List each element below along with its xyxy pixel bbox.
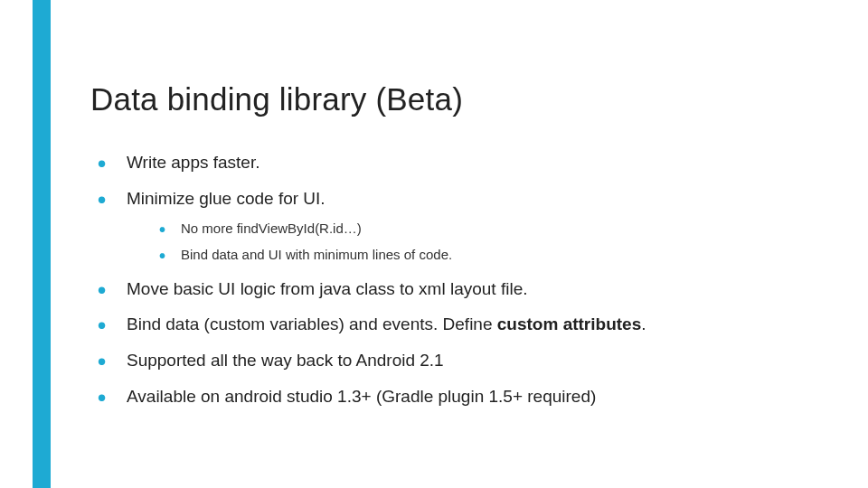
bullet-text: Bind data (custom variables) and events.… [127,314,497,333]
bullet-text: No more findViewById(R.id…) [181,221,362,236]
list-item: No more findViewById(R.id…) [154,219,832,238]
bullet-text: . [641,314,646,333]
list-item: Bind data and UI with minimum lines of c… [154,245,832,264]
bullet-text: Minimize glue code for UI. [127,189,326,208]
list-item: Bind data (custom variables) and events.… [90,314,832,335]
bullet-text: Write apps faster. [127,153,260,172]
bullet-text-bold: custom attributes [497,314,641,333]
slide-content: Data binding library (Beta) Write apps f… [90,81,832,422]
list-item: Supported all the way back to Android 2.… [90,350,832,371]
slide-title: Data binding library (Beta) [90,81,832,117]
sub-bullet-list: No more findViewById(R.id…) Bind data an… [154,219,832,264]
bullet-text: Bind data and UI with minimum lines of c… [181,247,452,262]
list-item: Available on android studio 1.3+ (Gradle… [90,386,832,408]
bullet-text: Available on android studio 1.3+ (Gradle… [127,387,596,406]
list-item: Move basic UI logic from java class to x… [90,278,832,300]
list-item: Write apps faster. [90,152,832,174]
bullet-list: Write apps faster. Minimize glue code fo… [90,152,832,408]
list-item: Minimize glue code for UI. No more findV… [90,188,832,264]
bullet-text: Move basic UI logic from java class to x… [127,279,528,298]
bullet-text: Supported all the way back to Android 2.… [127,351,444,370]
accent-bar [33,0,51,488]
